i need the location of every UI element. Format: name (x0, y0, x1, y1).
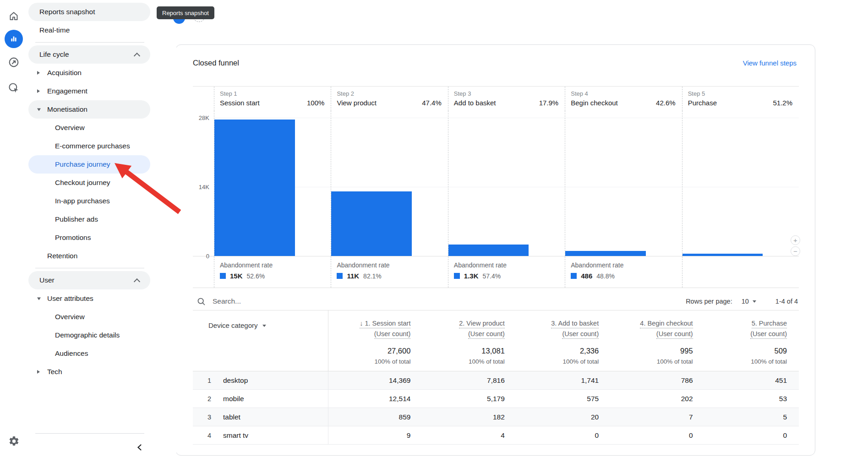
abandonment-value: 486 (581, 272, 592, 280)
chevron-up-icon[interactable] (134, 278, 140, 285)
table-row[interactable]: 4smart tv94000 (193, 426, 799, 445)
report-nav: Reports snapshotReal-timeLife cycleAcqui… (27, 0, 176, 457)
column-total: 995 (680, 347, 693, 355)
funnel-bar[interactable] (214, 120, 295, 256)
sidebar-item-reports-snapshot[interactable]: Reports snapshot (28, 3, 150, 21)
app-rail (0, 0, 27, 457)
column-header-link[interactable]: 2. View product (459, 320, 505, 328)
dimension-chevron-icon[interactable] (262, 325, 266, 327)
dimension-header-cell[interactable]: Device category (193, 310, 328, 371)
abandonment-cell: Abandonment rate15K52.6% (214, 256, 331, 288)
sidebar-item-label: In-app purchases (55, 197, 110, 205)
sidebar-item-in-app-purchases[interactable]: In-app purchases (28, 192, 150, 210)
rows-per-page-select[interactable]: 10 (742, 298, 749, 305)
column-header-subtitle[interactable]: (User count) (562, 330, 599, 339)
sidebar-item-acquisition[interactable]: Acquisition (28, 64, 150, 82)
abandonment-value: 15K (230, 272, 243, 280)
column-total: 509 (775, 347, 787, 355)
settings-icon[interactable] (5, 432, 23, 450)
column-header-link[interactable]: 1. Session start (360, 320, 410, 328)
column-header-link[interactable]: 3. Add to basket (551, 320, 599, 328)
sidebar-item-retention[interactable]: Retention (28, 247, 150, 265)
home-icon[interactable] (5, 7, 23, 25)
column-header-subtitle[interactable]: (User count) (374, 330, 411, 339)
legend-swatch (337, 273, 343, 279)
sidebar-item-publisher-ads[interactable]: Publisher ads (28, 210, 150, 228)
collapsed-arrow-icon[interactable] (37, 89, 40, 93)
rows-per-page-chevron-icon[interactable] (753, 300, 756, 303)
column-header-link[interactable]: 5. Purchase (752, 320, 787, 328)
explore-icon[interactable] (5, 53, 23, 71)
funnel-plot: 28K14K0 (193, 111, 799, 256)
chevron-up-icon[interactable] (134, 53, 140, 59)
sidebar-item-real-time[interactable]: Real-time (28, 21, 150, 39)
pagination-range: 1-4 of 4 (775, 298, 798, 305)
sidebar-item-demographic-details[interactable]: Demographic details (28, 326, 150, 344)
funnel-bar[interactable] (565, 251, 646, 256)
funnel-bar[interactable] (448, 245, 529, 256)
column-header-subtitle[interactable]: (User count) (750, 330, 787, 339)
sidebar-item-user-attributes[interactable]: User attributes (28, 289, 150, 308)
sidebar-item-label: Demographic details (55, 331, 120, 339)
card-title: Closed funnel (193, 59, 239, 67)
abandonment-value: 1.3K (464, 272, 479, 280)
expanded-arrow-icon[interactable] (37, 298, 41, 300)
sidebar-item-promotions[interactable]: Promotions (28, 228, 150, 247)
column-header-subtitle[interactable]: (User count) (468, 330, 505, 339)
reports-icon[interactable] (5, 30, 23, 48)
reports-snapshot-tooltip: Reports snapshot (157, 6, 214, 19)
sidebar-item-tech[interactable]: Tech (28, 363, 150, 381)
table-row[interactable]: 1desktop14,3697,8161,741786451 (193, 371, 799, 390)
funnel-step-header: Step 3Add to basket17.9% (448, 87, 565, 111)
sidebar-item-user-overview[interactable]: Overview (28, 308, 150, 326)
collapsed-arrow-icon[interactable] (37, 71, 40, 75)
sidebar-item-purchase-journey[interactable]: Purchase journey (28, 155, 150, 174)
collapsed-arrow-icon[interactable] (37, 370, 40, 374)
row-metric-value: 451 (705, 376, 799, 385)
abandonment-label: Abandonment rate (220, 261, 325, 269)
column-header-subtitle[interactable]: (User count) (656, 330, 693, 339)
zoom-in-icon[interactable] (791, 235, 800, 245)
column-total: 13,081 (481, 347, 504, 355)
sidebar-item-e-commerce-purchases[interactable]: E-commerce purchases (28, 137, 150, 155)
dimension-header-label: Device category (208, 321, 258, 329)
sidebar-item-label: Checkout journey (55, 179, 110, 187)
row-metric-value: 12,514 (328, 390, 422, 408)
sidebar-item-monetisation-overview[interactable]: Overview (28, 119, 150, 137)
sidebar-item-label: User (39, 276, 55, 284)
zoom-out-icon[interactable] (791, 246, 800, 256)
nav-divider (35, 42, 144, 43)
sidebar-item-engagement[interactable]: Engagement (28, 82, 150, 100)
sidebar-item-label: Real-time (39, 26, 70, 34)
abandonment-row: Abandonment rate15K52.6%Abandonment rate… (193, 256, 799, 288)
search-input[interactable] (212, 297, 351, 306)
table-header: Device category 1. Session start(User co… (193, 310, 799, 371)
step-completion-rate: 47.4% (422, 99, 442, 107)
row-metric-value: 575 (517, 395, 611, 403)
sidebar-item-life-cycle[interactable]: Life cycle (28, 45, 150, 64)
funnel-bar-cell (565, 111, 682, 256)
row-metric-value: 0 (517, 431, 611, 440)
sidebar-item-audiences[interactable]: Audiences (28, 344, 150, 363)
table-row[interactable]: 2mobile12,5145,17957520253 (193, 390, 799, 408)
sidebar-item-label: Acquisition (47, 69, 82, 77)
column-total-share: 100% of total (751, 358, 787, 365)
funnel-step-header: Step 1Session start100% (214, 87, 331, 111)
step-completion-rate: 42.6% (656, 99, 676, 107)
advertising-icon[interactable] (5, 79, 23, 97)
sidebar-item-checkout-journey[interactable]: Checkout journey (28, 174, 150, 192)
collapse-nav-icon[interactable] (134, 441, 146, 453)
column-header-link[interactable]: 4. Begin checkout (640, 320, 693, 328)
funnel-bar[interactable] (682, 254, 763, 256)
abandonment-cell: Abandonment rate48648.8% (565, 256, 682, 288)
row-index: 4 (207, 432, 218, 439)
funnel-bar[interactable] (331, 191, 412, 256)
expanded-arrow-icon[interactable] (37, 109, 41, 111)
view-funnel-steps-link[interactable]: View funnel steps (743, 59, 797, 67)
sidebar-item-user[interactable]: User (28, 271, 150, 289)
abandonment-label: Abandonment rate (337, 261, 442, 269)
step-number: Step 4 (571, 90, 675, 97)
sidebar-item-monetisation[interactable]: Monetisation (28, 100, 150, 119)
row-metric-value: 5,179 (422, 395, 516, 403)
table-row[interactable]: 3tablet8591822075 (193, 408, 799, 426)
